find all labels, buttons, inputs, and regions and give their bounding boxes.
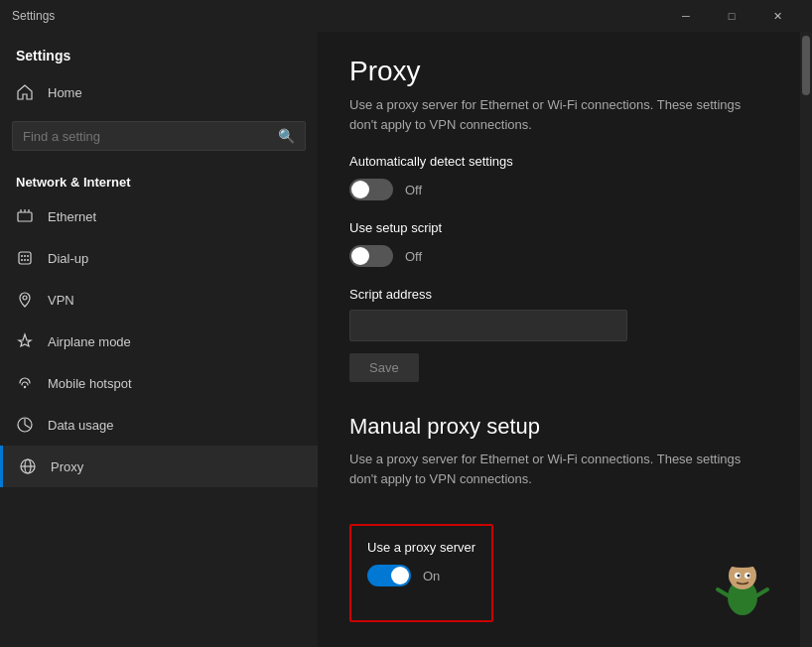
- auto-detect-toggle[interactable]: [349, 179, 393, 200]
- sidebar-item-datausage-label: Data usage: [48, 418, 114, 433]
- content-area: Proxy Use a proxy server for Ethernet or…: [318, 32, 812, 647]
- script-address-label: Script address: [349, 287, 780, 302]
- sidebar-item-airplane-label: Airplane mode: [48, 334, 131, 349]
- search-input[interactable]: [23, 129, 278, 144]
- sidebar-item-airplane[interactable]: Airplane mode: [0, 321, 318, 362]
- search-icon: 🔍: [278, 128, 295, 144]
- use-proxy-label: Use a proxy server: [367, 540, 475, 555]
- use-proxy-knob: [391, 567, 409, 584]
- use-proxy-row: On: [367, 565, 475, 586]
- svg-point-10: [27, 259, 29, 261]
- use-proxy-toggle-text: On: [423, 569, 440, 583]
- main-container: Settings Home 🔍 Network & Internet: [0, 32, 812, 647]
- sidebar-app-title: Settings: [0, 32, 318, 71]
- auto-section-desc: Use a proxy server for Ethernet or Wi-Fi…: [349, 95, 766, 134]
- setup-script-row: Off: [349, 245, 780, 267]
- svg-point-24: [747, 575, 750, 578]
- scrollbar-thumb[interactable]: [802, 36, 810, 95]
- svg-point-6: [24, 255, 26, 257]
- sidebar-item-vpn-label: VPN: [48, 293, 74, 308]
- auto-detect-label: Automatically detect settings: [349, 154, 780, 169]
- svg-point-5: [21, 255, 23, 257]
- proxy-highlight-box: Use a proxy server On: [349, 524, 493, 622]
- setup-script-toggle-text: Off: [405, 249, 422, 264]
- svg-point-23: [738, 575, 741, 578]
- sidebar-item-ethernet[interactable]: Ethernet: [0, 195, 318, 237]
- titlebar-controls: ─ □ ✕: [663, 0, 800, 32]
- svg-point-11: [23, 296, 27, 300]
- maximize-button[interactable]: □: [709, 0, 754, 32]
- auto-detect-knob: [351, 181, 369, 198]
- proxy-icon: [19, 457, 37, 475]
- sidebar-item-hotspot-label: Mobile hotspot: [48, 376, 132, 391]
- sidebar-item-ethernet-label: Ethernet: [48, 209, 96, 224]
- svg-rect-4: [19, 252, 31, 264]
- sidebar-item-dialup-label: Dial-up: [48, 251, 88, 266]
- auto-detect-toggle-text: Off: [405, 183, 422, 197]
- sidebar-item-vpn[interactable]: VPN: [0, 279, 318, 321]
- page-title: Proxy: [349, 56, 780, 87]
- svg-point-9: [24, 259, 26, 261]
- titlebar: Settings ─ □ ✕: [0, 0, 812, 32]
- sidebar: Settings Home 🔍 Network & Internet: [0, 32, 318, 647]
- ethernet-icon: [16, 207, 34, 225]
- dialup-icon: [16, 249, 34, 267]
- svg-line-25: [718, 589, 728, 595]
- spy-character: [713, 548, 772, 617]
- svg-line-26: [757, 589, 767, 595]
- home-label: Home: [48, 85, 82, 100]
- airplane-icon: [16, 332, 34, 350]
- script-address-input[interactable]: [349, 310, 627, 341]
- manual-section-title: Manual proxy setup: [349, 414, 780, 440]
- sidebar-item-hotspot[interactable]: Mobile hotspot: [0, 362, 318, 404]
- svg-rect-20: [733, 556, 752, 566]
- setup-script-toggle[interactable]: [349, 245, 393, 267]
- search-box: 🔍: [12, 121, 306, 151]
- sidebar-item-proxy-label: Proxy: [51, 459, 83, 474]
- vpn-icon: [16, 291, 34, 309]
- svg-point-12: [24, 386, 26, 388]
- sidebar-item-dialup[interactable]: Dial-up: [0, 237, 318, 279]
- save-button[interactable]: Save: [349, 353, 419, 382]
- use-proxy-toggle[interactable]: [367, 565, 411, 586]
- setup-script-label: Use setup script: [349, 220, 780, 235]
- datausage-icon: [16, 416, 34, 434]
- titlebar-title: Settings: [12, 9, 663, 23]
- close-button[interactable]: ✕: [754, 0, 800, 32]
- svg-point-7: [27, 255, 29, 257]
- nav-section-label: Network & Internet: [0, 167, 318, 195]
- sidebar-item-proxy[interactable]: Proxy: [0, 446, 318, 487]
- auto-detect-row: Off: [349, 179, 780, 200]
- home-icon: [16, 83, 34, 101]
- svg-point-8: [21, 259, 23, 261]
- setup-script-knob: [351, 247, 369, 265]
- manual-section-desc: Use a proxy server for Ethernet or Wi-Fi…: [349, 450, 766, 488]
- sidebar-item-home[interactable]: Home: [0, 71, 318, 113]
- scrollbar-track[interactable]: [800, 32, 812, 647]
- sidebar-item-datausage[interactable]: Data usage: [0, 404, 318, 446]
- minimize-button[interactable]: ─: [663, 0, 709, 32]
- svg-rect-0: [18, 212, 32, 221]
- hotspot-icon: [16, 374, 34, 392]
